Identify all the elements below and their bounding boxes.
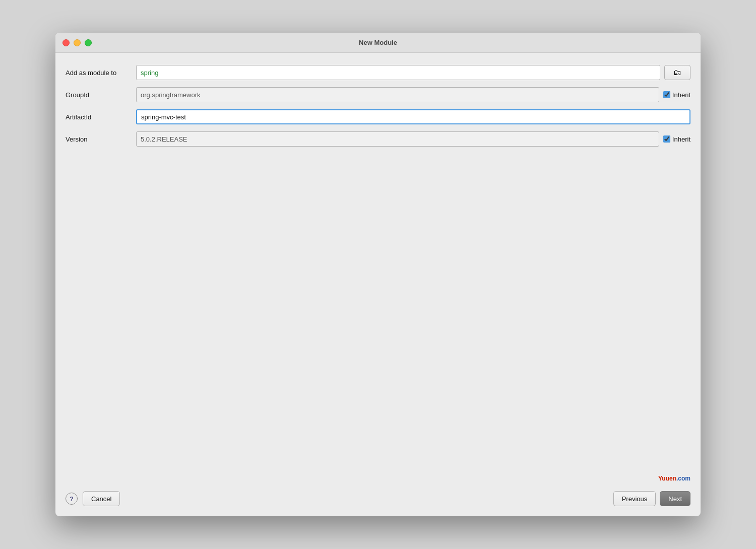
artifact-id-row: ArtifactId [66,109,690,124]
version-inherit[interactable]: Inherit [663,135,690,143]
version-label: Version [66,135,136,143]
help-icon: ? [70,495,74,503]
add-module-field [136,65,660,80]
title-bar: New Module [55,33,701,53]
artifact-id-input[interactable] [136,109,690,124]
version-input[interactable] [136,131,659,147]
footer-right: Previous Next [613,491,690,506]
previous-button[interactable]: Previous [613,491,656,506]
group-id-inherit-checkbox[interactable] [663,91,670,98]
watermark: Yuuen.com [658,475,690,482]
footer: ? Cancel Previous Next [55,481,701,516]
group-id-row: GroupId Inherit [66,87,690,102]
cancel-button[interactable]: Cancel [83,491,120,506]
next-button[interactable]: Next [660,491,690,506]
watermark-part2: .com [676,475,690,482]
group-id-label: GroupId [66,91,136,99]
form-content: Add as module to 🗂 GroupId Inherit [55,53,701,481]
maximize-button[interactable] [85,39,92,46]
window-title: New Module [359,39,397,46]
add-module-input[interactable] [136,65,660,80]
close-button[interactable] [62,39,70,46]
folder-icon: 🗂 [673,68,681,77]
help-button[interactable]: ? [66,493,78,505]
version-inherit-label: Inherit [672,135,690,143]
group-id-input[interactable] [136,87,659,102]
version-field [136,131,659,147]
version-inherit-checkbox[interactable] [663,135,670,143]
add-module-row: Add as module to 🗂 [66,65,690,80]
group-id-field [136,87,659,102]
footer-left: ? Cancel [66,491,120,506]
folder-button[interactable]: 🗂 [664,65,690,80]
version-row: Version Inherit [66,131,690,147]
folder-suffix: 🗂 [664,65,690,80]
artifact-id-label: ArtifactId [66,113,136,121]
group-id-inherit-label: Inherit [672,91,690,99]
dialog-window: New Module Add as module to 🗂 GroupId [55,33,701,516]
group-id-inherit[interactable]: Inherit [663,91,690,99]
version-suffix: Inherit [663,135,690,143]
watermark-part1: Yuuen [658,475,676,482]
traffic-light-buttons [62,39,92,46]
add-module-label: Add as module to [66,69,136,77]
group-id-suffix: Inherit [663,91,690,99]
minimize-button[interactable] [74,39,81,46]
artifact-id-field [136,109,690,124]
